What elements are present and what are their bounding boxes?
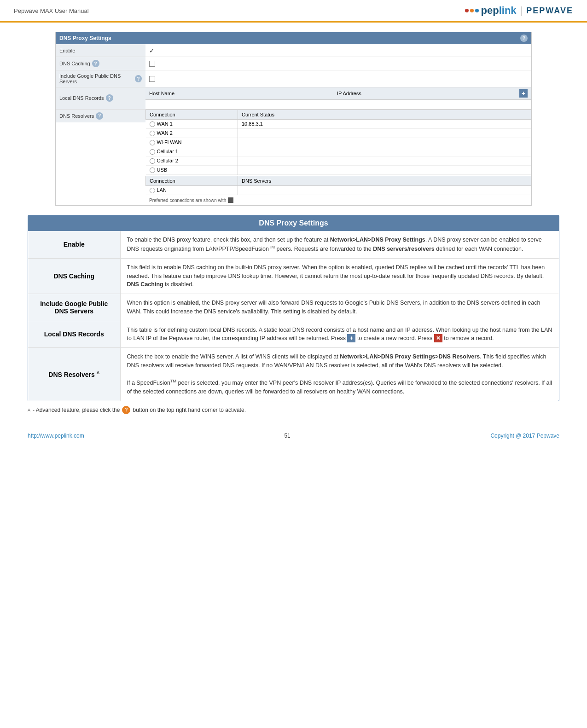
- local-dns-value: Host Name IP Address +: [145, 87, 531, 109]
- content-table: Enable To enable the DNS proxy feature, …: [28, 231, 559, 401]
- include-google-bold-label: Include Google PublicDNS Servers: [40, 300, 108, 315]
- content-enable-row: Enable To enable the DNS proxy feature, …: [28, 231, 559, 258]
- lan-dns-servers: [238, 186, 531, 195]
- wifi-wan-label: Wi-Fi WAN: [157, 139, 182, 145]
- dns-resolvers-label: DNS Resolvers ?: [56, 110, 145, 122]
- content-dns-resolvers-desc: Check the box to enable the WINS server.…: [120, 348, 559, 401]
- panel-title: DNS Proxy Settings: [59, 35, 111, 41]
- content-include-google-desc: When this option is enabled, the DNS pro…: [120, 294, 559, 321]
- content-enable-label: Enable: [28, 231, 120, 258]
- logo: peplink | PEPWAVE: [465, 5, 573, 17]
- screenshot-panel: DNS Proxy Settings ? Enable ✓ DNS Cachin…: [28, 32, 559, 206]
- table-row: Wi-Fi WAN: [146, 138, 531, 147]
- cellular1-radio[interactable]: [150, 149, 155, 155]
- include-google-value: [145, 70, 531, 87]
- wan2-radio[interactable]: [150, 131, 155, 136]
- wan2-status: [238, 128, 531, 138]
- dns-servers-header: DNS Servers: [238, 176, 531, 186]
- page-number: 51: [284, 433, 290, 439]
- table-row: Cellular 2: [146, 156, 531, 165]
- footer-copyright: Copyright @ 2017 Pepwave: [490, 433, 559, 439]
- footer-url: http://www.peplink.com: [28, 433, 84, 439]
- dns-resolvers-value: Connection Current Status WAN 1 10.88.3.…: [145, 110, 531, 206]
- dns-resolvers-bold-label: DNS Resolvers A: [48, 371, 99, 378]
- table-row: Cellular 1: [146, 147, 531, 156]
- footnote-superscript: A: [28, 408, 30, 412]
- dns-caching-help[interactable]: ?: [92, 60, 99, 67]
- panel-header: DNS Proxy Settings ?: [56, 32, 531, 44]
- dns-caching-checkbox[interactable]: [149, 61, 155, 67]
- content-dns-caching-label: DNS Caching: [28, 258, 120, 294]
- footnote-text-before: - Advanced feature, please click the: [33, 407, 120, 413]
- cellular1-status: [238, 147, 531, 156]
- local-dns-table: Host Name IP Address +: [145, 87, 531, 109]
- dot-red: [465, 9, 469, 12]
- include-google-enabled-bold: enabled: [177, 300, 199, 306]
- cellular2-label: Cellular 2: [157, 158, 178, 163]
- preferred-note: Preferred connections are shown with: [145, 195, 237, 205]
- content-local-dns-row: Local DNS Records This table is for defi…: [28, 321, 559, 348]
- content-include-google-label: Include Google PublicDNS Servers: [28, 294, 120, 321]
- include-google-help[interactable]: ?: [135, 75, 142, 82]
- footnote: A - Advanced feature, please click the ?…: [28, 406, 559, 414]
- lan-radio[interactable]: [150, 188, 155, 193]
- usb-label: USB: [157, 167, 168, 173]
- add-dns-record-button[interactable]: +: [519, 89, 528, 98]
- manual-title: Pepwave MAX User Manual: [14, 7, 89, 14]
- include-google-row: Include Google Public DNS Servers ?: [56, 70, 531, 87]
- wifi-wan-radio[interactable]: [150, 140, 155, 145]
- table-row: WAN 2: [146, 128, 531, 138]
- cellular2-status: [238, 156, 531, 165]
- dns-proxy-screenshot: DNS Proxy Settings ? Enable ✓ DNS Cachin…: [55, 32, 532, 206]
- dot-orange: [470, 9, 474, 12]
- dns-resolvers-help[interactable]: ?: [96, 112, 103, 120]
- cellular2-radio[interactable]: [150, 158, 155, 164]
- usb-status: [238, 165, 531, 174]
- dns-record-empty-row: [145, 100, 531, 109]
- include-google-label: Include Google Public DNS Servers ?: [56, 70, 145, 87]
- table-row: USB: [146, 165, 531, 174]
- header-help-icon[interactable]: ?: [520, 35, 528, 42]
- logo-pep: peplink: [481, 5, 517, 17]
- enable-label: Enable: [56, 44, 145, 57]
- connection-dns-header: Connection: [146, 176, 238, 186]
- checkmark-enable: ✓: [149, 47, 155, 54]
- page-footer: http://www.peplink.com 51 Copyright @ 20…: [0, 423, 587, 448]
- logo-pepwave: PEPWAVE: [526, 6, 573, 16]
- local-dns-help[interactable]: ?: [106, 94, 113, 102]
- lan-label: LAN: [157, 187, 167, 193]
- logo-sep: |: [520, 5, 523, 17]
- enable-row: Enable ✓: [56, 44, 531, 57]
- dns-resolvers-row: DNS Resolvers ? Connection Current Statu…: [56, 110, 531, 206]
- remove-icon: ✕: [434, 334, 442, 342]
- ip-address-col: IP Address: [333, 87, 516, 100]
- preferred-text: Preferred connections are shown with: [149, 198, 226, 203]
- footnote-text-after: button on the top right hand corner to a…: [133, 407, 246, 413]
- connection-col-header: Connection: [146, 110, 238, 119]
- preferred-checkmark-icon: [228, 197, 233, 203]
- logo-link: link: [499, 5, 517, 16]
- content-enable-desc: To enable the DNS proxy feature, check t…: [120, 231, 559, 258]
- include-google-checkbox[interactable]: [149, 76, 155, 82]
- wan1-label: WAN 1: [157, 121, 173, 127]
- host-name-col: Host Name: [145, 87, 333, 100]
- enable-bold-dns: DNS servers/resolvers: [373, 246, 434, 252]
- current-status-col-header: Current Status: [238, 110, 531, 119]
- content-local-dns-desc: This table is for defining custom local …: [120, 321, 559, 348]
- enable-value: ✓: [145, 44, 531, 57]
- dns-caching-bold: DNS Caching: [127, 281, 163, 288]
- dns-caching-value: [145, 57, 531, 70]
- content-dns-resolvers-label: DNS Resolvers A: [28, 348, 120, 401]
- activate-icon: ?: [122, 406, 130, 414]
- content-section: DNS Proxy Settings Enable To enable the …: [28, 215, 559, 401]
- resolvers-bottom-table: Connection DNS Servers LAN: [145, 176, 531, 195]
- wan1-status: 10.88.3.1: [238, 119, 531, 128]
- content-dns-caching-desc: This field is to enable DNS caching on t…: [120, 258, 559, 294]
- logo-dots: [465, 9, 479, 12]
- content-local-dns-label: Local DNS Records: [28, 321, 120, 348]
- content-include-google-row: Include Google PublicDNS Servers When th…: [28, 294, 559, 321]
- usb-radio[interactable]: [150, 168, 155, 173]
- wan1-radio[interactable]: [150, 121, 155, 127]
- local-dns-row: Local DNS Records ? Host Name IP Address…: [56, 87, 531, 110]
- content-dns-caching-row: DNS Caching This field is to enable DNS …: [28, 258, 559, 294]
